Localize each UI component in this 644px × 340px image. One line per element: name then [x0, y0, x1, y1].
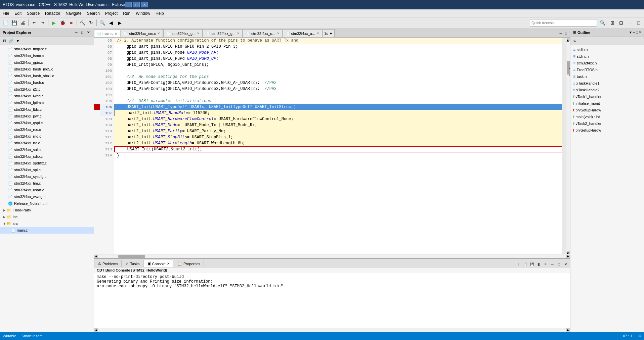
tree-item-rcc[interactable]: 📄 stm32f4xx_rcc.c: [0, 126, 94, 133]
console-down-arrow[interactable]: ↓: [509, 261, 515, 267]
tree-item-ltdc[interactable]: 📄 stm32f4xx_ltdc.c: [0, 106, 94, 113]
scroll-right-arrow[interactable]: ▶: [566, 255, 570, 258]
outline-item-stm32[interactable]: ≡ stm32f4xx.h: [570, 60, 644, 66]
console-scroll-left[interactable]: ◀: [94, 328, 98, 332]
outline-minimize[interactable]: ─: [633, 31, 635, 34]
scroll-down-arrow[interactable]: ▼: [567, 251, 570, 254]
bottom-tab-problems[interactable]: ⚠ Problems: [94, 260, 122, 267]
code-content[interactable]: // 2. Alternate function configuration o…: [114, 38, 566, 254]
tree-item-wwdg[interactable]: 📄 stm32f4xx_wwdg.c: [0, 193, 94, 200]
outline-close[interactable]: ✕: [639, 31, 641, 34]
tree-item-qspi[interactable]: 📄 stm32f4xx_qspi.c: [0, 119, 94, 126]
tab-crc-close[interactable]: ✕: [157, 32, 160, 35]
tree-item-src[interactable]: ▼ 📂 src: [0, 220, 94, 227]
perspective-button[interactable]: ⊞: [608, 19, 616, 27]
tree-item-rtc[interactable]: 📄 stm32f4xx_rtc.c: [0, 140, 94, 146]
run-button[interactable]: ▶: [50, 19, 58, 27]
code-line-104[interactable]: [114, 92, 566, 98]
bottom-tab-console[interactable]: ▣ Console ✕: [144, 260, 173, 267]
tab-crc[interactable]: 📄 stm32f4xx_crc.c ✕: [121, 29, 163, 37]
tree-item-release-notes[interactable]: 🌐 Release_Notes.html: [0, 200, 94, 207]
code-line-101[interactable]: //3. AF mode settings for the pins: [114, 74, 566, 80]
editor-scrollbar[interactable]: ▲ ▼: [566, 38, 570, 254]
back-button[interactable]: ◀: [107, 19, 115, 27]
code-line-99[interactable]: GPIO_Init(GPIOA, &gpio_uart_pins);: [114, 62, 566, 68]
code-line-107[interactable]: uart2_init.USART_BaudRate = 115200;: [114, 110, 566, 116]
tree-item-spdifrx[interactable]: 📄 stm32f4xx_spdifrx.c: [0, 160, 94, 166]
outline-collapse[interactable]: ▼: [629, 31, 632, 34]
tree-item-hash-md5[interactable]: 📄 stm32f4xx_hash_md5.c: [0, 66, 94, 72]
tree-item-pwr[interactable]: 📄 stm32f4xx_pwr.c: [0, 113, 94, 119]
menu-run[interactable]: Run: [120, 9, 133, 17]
outline-item-prvsetuphardw1[interactable]: f prvSetupHardw: [570, 107, 644, 113]
code-line-111[interactable]: uart2_init.USART_StopBits = USART_StopBi…: [114, 134, 566, 140]
tree-item-rng[interactable]: 📄 stm32f4xx_rng.c: [0, 133, 94, 140]
link-editor-button[interactable]: 🔗: [8, 38, 14, 44]
vertical-scrollbar[interactable]: [562, 38, 566, 254]
tab-u2[interactable]: 📄 stm32f4xx_u... ✕: [283, 29, 323, 37]
tree-item-fsmc[interactable]: 📄 stm32f4xx_fsmc.c: [0, 52, 94, 59]
refresh-button[interactable]: ↻: [87, 19, 95, 27]
menu-navigate[interactable]: Navigate: [63, 9, 84, 17]
bottom-tab-properties[interactable]: 📋 Properties: [174, 260, 204, 267]
search-toolbar-button[interactable]: 🔍: [98, 19, 106, 27]
code-line-108[interactable]: uart2_init.USART_HardwareFlowControl = U…: [114, 116, 566, 122]
code-line-98[interactable]: gpio_uart_pins.GPIO_PuPd = GPIO_PuPd_UP;: [114, 56, 566, 62]
tree-item-i2c[interactable]: 📄 stm32f4xx_i2c.c: [0, 86, 94, 93]
menu-source[interactable]: Source: [24, 9, 42, 17]
quick-access-icon[interactable]: 🔍: [598, 19, 606, 27]
code-line-97[interactable]: gpio_uart_pins.GPIO_Mode = GPIO_Mode_AF;: [114, 50, 566, 56]
outline-item-xtaskhandle1[interactable]: x xTaskHandle1: [570, 80, 644, 87]
menu-search[interactable]: Search: [84, 9, 102, 17]
tree-item-iwdg[interactable]: 📄 stm32f4xx_iwdg.c: [0, 93, 94, 99]
minimize-button[interactable]: ─: [125, 2, 132, 7]
tab-u1-close[interactable]: ✕: [277, 32, 280, 35]
console-up-arrow[interactable]: ↑: [516, 261, 522, 267]
editor-maximize[interactable]: □: [563, 31, 569, 36]
new-button[interactable]: 📄: [1, 19, 9, 27]
maximize-panel-button[interactable]: □: [635, 19, 643, 27]
maximize-button[interactable]: □: [133, 2, 140, 7]
code-line-102[interactable]: GPIO_PinAFConfig(GPIOA,GPIO_PinSource2,G…: [114, 80, 566, 86]
outline-item-main[interactable]: f main(void) : int: [570, 113, 644, 120]
tree-item-inc[interactable]: ▶ 📁 inc: [0, 213, 94, 220]
code-line-95[interactable]: // 2. Alternate function configuration o…: [114, 38, 566, 44]
debug-button[interactable]: 🐞: [58, 19, 67, 27]
tree-item-fmip2c[interactable]: 📄 stm32f4xx_fmip2c.c: [0, 46, 94, 52]
menu-project[interactable]: Project: [102, 9, 120, 17]
bottom-tab-tasks[interactable]: ✓ Tasks: [122, 260, 143, 267]
tree-item-usart[interactable]: 📄 stm32f4xx_usart.c: [0, 187, 94, 193]
outline-item-prvsetuphardw2[interactable]: f prvSetupHardw: [570, 127, 644, 134]
tab-main-c[interactable]: 📄 main.c ✕: [94, 30, 120, 38]
editor-hscrollbar[interactable]: ◀ ▶: [94, 254, 570, 258]
code-line-109[interactable]: uart2_init.USART_Mode = USART_Mode_Tx | …: [114, 122, 566, 128]
undo-button[interactable]: ↩: [30, 19, 38, 27]
sidebar-minimize[interactable]: ─: [74, 30, 79, 35]
outline-sort-button[interactable]: ⇅: [572, 38, 577, 44]
tree-item-hash[interactable]: 📄 stm32f4xx_hash.c: [0, 79, 94, 86]
code-line-96[interactable]: gpio_uart_pins.GPIO_Pin = GPIO_Pin_2 | G…: [114, 44, 566, 50]
scroll-left-arrow[interactable]: ◀: [94, 255, 98, 258]
console-scroll-right[interactable]: ▶: [566, 328, 570, 332]
tab-g1[interactable]: 📄 stm32f4xx_g... ✕: [163, 29, 203, 37]
outline-item-stdio[interactable]: ≡ stdio.h: [570, 46, 644, 53]
code-line-103[interactable]: GPIO_PinAFConfig(GPIOA,GPIO_PinSource3,G…: [114, 86, 566, 92]
tab-g2-close[interactable]: ✕: [237, 32, 240, 35]
tree-item-hash-sha1[interactable]: 📄 stm32f4xx_hash_sha1.c: [0, 72, 94, 79]
tab-u1[interactable]: 📄 stm32f4xx_u... ✕: [243, 29, 283, 37]
tree-item-sai[interactable]: 📄 stm32f4xx_sai.c: [0, 146, 94, 153]
outline-item-vtask1handler[interactable]: f vTask1_handler: [570, 93, 644, 100]
tab-g1-close[interactable]: ✕: [197, 32, 200, 35]
forward-button[interactable]: ▶: [116, 19, 124, 27]
tree-item-gpio[interactable]: 📄 stm32f4xx_gpio.c: [0, 59, 94, 66]
quick-access-input[interactable]: [530, 19, 597, 27]
menu-window[interactable]: Window: [133, 9, 153, 17]
outline-item-initialise[interactable]: f initialise_monit: [570, 100, 644, 107]
code-line-106[interactable]: USART_Init(USART_TypeDef* USARTx, USART_…: [114, 104, 566, 110]
outline-item-xtaskhandle2[interactable]: x xTaskHandle2: [570, 87, 644, 93]
outline-item-freertos[interactable]: ≡ FreeRTOS.h: [570, 66, 644, 73]
code-line-112[interactable]: uart2_init.USART_WordLength = USART_Word…: [114, 140, 566, 146]
code-line-100[interactable]: [114, 68, 566, 74]
perspective-button-2[interactable]: ⊟: [617, 19, 625, 27]
console-close[interactable]: ✕: [563, 261, 569, 267]
